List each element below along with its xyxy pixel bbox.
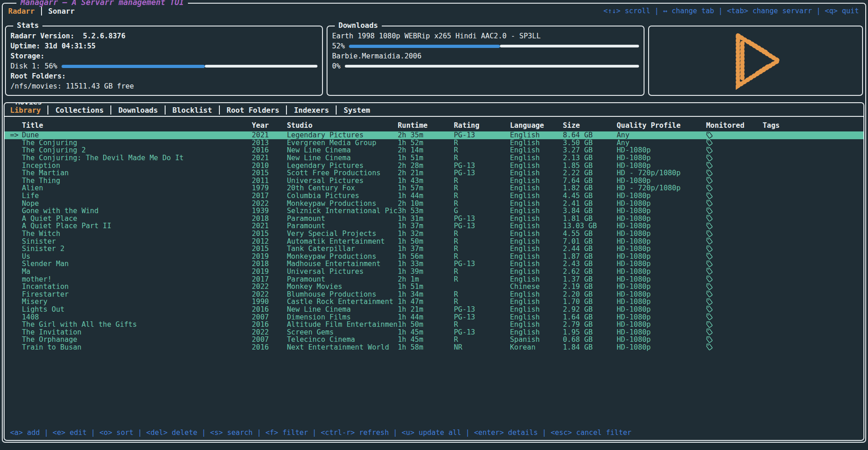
table-row[interactable]: Firestarter2022Blumhouse Productions1h 3… [5,290,863,298]
cell-rating: R [454,267,510,276]
table-row[interactable]: Alien197920th Century Fox1h 57mREnglish1… [5,184,863,192]
table-row[interactable]: Gone with the Wind1939Selznick Internati… [5,207,863,215]
cell-language: English [510,252,563,261]
table-row[interactable]: Sinister 22015Tank Caterpillar1h 37mREng… [5,245,863,253]
cell-monitored [706,132,763,139]
cell-language: English [510,215,563,223]
cell-size: 7.64 GB [563,177,617,185]
tag-icon [706,215,713,222]
cell-runtime: 1h 34m [398,290,454,298]
cell-runtime: 2h 14m [398,146,454,154]
cell-language: English [510,260,563,268]
movies-tab-downloads[interactable]: Downloads [118,106,158,115]
cell-rating: PG-13 [454,169,510,177]
download-percent-label: 0% [332,61,341,71]
cell-runtime: 1h 47m [398,298,454,306]
cell-quality: HD-1080p [617,267,706,276]
cell-runtime: 3h 53m [398,207,454,215]
cell-size: 2.22 GB [563,169,617,177]
tab-separator [286,105,287,115]
cell-quality: HD-1080p [617,154,706,162]
table-row[interactable]: Incantation2022Monkey Movies1h 51mChines… [5,283,863,291]
cell-studio: Universal Pictures [287,177,398,185]
cell-size: 1.82 GB [563,184,617,192]
cell-size: 3.84 GB [563,207,617,215]
cell-size: 2.92 GB [563,305,617,314]
table-row[interactable]: =>Dune2021Legendary Pictures2h 35mPG-13E… [5,131,863,139]
cell-size: 1.64 GB [563,313,617,321]
table-row[interactable]: Slender Man2018Madhouse Entertainment1h … [5,260,863,268]
stats-panel-title: Stats [13,21,42,30]
table-row[interactable]: The Girl with All the Gifts2016Altitude … [5,321,863,329]
table-row[interactable]: The Witch2015Very Special Projects1h 32m… [5,230,863,238]
cell-runtime: 1h 58m [398,343,454,351]
cell-rating: R [454,245,510,253]
table-row[interactable]: Us2019Monkeypaw Productions1h 56mREnglis… [5,253,863,261]
tag-icon [706,177,713,184]
app-title: Managarr — A Servarr management TUI [16,0,188,7]
table-row[interactable]: Nope2022Monkeypaw Productions2h 10mREngl… [5,199,863,207]
table-row[interactable]: Life2017Columbia Pictures1h 44mREnglish4… [5,192,863,200]
cell-language: English [510,267,563,276]
tag-icon [706,238,713,245]
table-row[interactable]: Lights Out2016New Line Cinema1h 21mPG-13… [5,306,863,314]
cell-size: 0.68 GB [563,335,617,344]
tag-icon [706,344,713,351]
cell-runtime: 1h 21m [398,305,454,314]
cell-quality: HD-1080p [617,313,706,321]
movies-tab-root-folders[interactable]: Root Folders [227,106,280,115]
table-row[interactable]: Train to Busan2016Next Entertainment Wor… [5,344,863,351]
table-row[interactable]: The Martian2015Scott Free Productions2h … [5,169,863,177]
managarr-logo-icon [718,29,793,92]
cell-studio: Monkey Movies [287,283,398,291]
cell-title: Firestarter [22,290,252,298]
table-row[interactable]: A Quiet Place2018Paramount1h 31mPG-13Eng… [5,215,863,223]
servarr-tabs: RadarrSonarr [8,6,75,16]
cell-monitored [706,200,763,207]
table-row[interactable]: Sinister2012Automatik Entertainment1h 50… [5,237,863,245]
cell-title: Slender Man [22,260,252,268]
cell-language: English [510,177,563,185]
tag-icon [706,268,713,275]
cell-year: 2018 [252,260,287,268]
table-row[interactable]: Ma2019Universal Pictures1h 39mREnglish2.… [5,268,863,276]
cell-title: Inception [22,162,252,170]
table-row[interactable]: The Thing2011Universal Pictures1h 43mREn… [5,177,863,185]
column-header-year: Year [252,121,287,130]
table-row[interactable]: The Conjuring: The Devil Made Me Do It20… [5,154,863,162]
cell-language: English [510,162,563,170]
cell-quality: HD-1080p [617,320,706,329]
cell-runtime: 1h 32m [398,230,454,238]
cell-year: 2016 [252,146,287,154]
table-row[interactable]: 14082007Dimension Films1h 44mPG-13Englis… [5,313,863,321]
cell-studio: Tank Caterpillar [287,245,398,253]
table-row[interactable]: The Conjuring2013Evergreen Media Group1h… [5,139,863,147]
cell-size: 8.64 GB [563,131,617,139]
top-panels-row: Stats Radarr Version: 5.2.6.8376 Uptime:… [3,26,865,96]
cell-title: Gone with the Wind [22,207,252,215]
cell-runtime: 2h 21m [398,169,454,177]
cell-studio: Paramount [287,275,398,283]
cell-quality: HD-1080p [617,222,706,230]
cell-title: mother! [22,275,252,283]
table-row[interactable]: Misery1990Castle Rock Entertainment1h 47… [5,298,863,306]
movies-tab-blocklist[interactable]: Blocklist [172,106,212,115]
storage-label: Storage: [10,51,317,61]
cell-monitored [706,321,763,328]
cell-language: Chinese [510,283,563,291]
cell-monitored [706,268,763,275]
table-row[interactable]: The Conjuring 22016New Line Cinema2h 14m… [5,147,863,154]
cell-monitored [706,283,763,290]
movies-tab-indexers[interactable]: Indexers [294,106,329,115]
movies-tab-library[interactable]: Library [10,106,41,115]
servarr-tab-sonarr[interactable]: Sonarr [48,7,75,16]
cell-studio: Blumhouse Productions [287,290,398,298]
table-row[interactable]: The Orphanage2007Telecinco Cinema1h 45mR… [5,336,863,344]
table-row[interactable]: A Quiet Place Part II2021Paramount1h 37m… [5,222,863,230]
table-row[interactable]: The Invitation2022Screen Gems1h 45mPG-13… [5,328,863,336]
movies-tab-collections[interactable]: Collections [55,106,104,115]
table-row[interactable]: mother!2017Paramount2h 1mREnglish1.37 GB… [5,275,863,283]
movies-tab-system[interactable]: System [343,106,370,115]
table-row[interactable]: Inception2010Legendary Pictures2h 28mPG-… [5,162,863,169]
servarr-tab-radarr[interactable]: Radarr [8,7,35,16]
